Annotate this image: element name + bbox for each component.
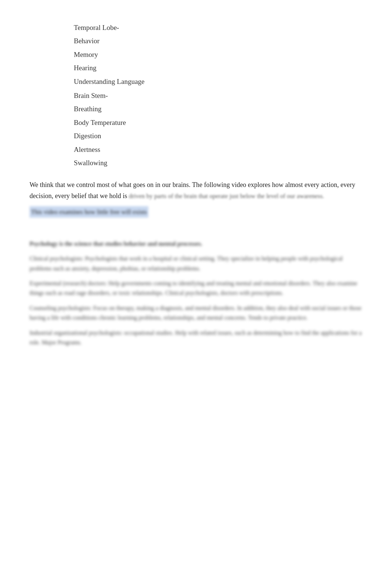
list-item-body-temperature: Body Temperature [74, 117, 362, 128]
list-item-memory: Memory [74, 49, 362, 60]
list-item-breathing: Breathing [74, 103, 362, 115]
brain-stem-header: Brain Stem- [74, 90, 362, 101]
highlight-blurred-line: This video examines how little free will… [30, 206, 362, 224]
blurred-para4: Industrial organizational psychologists:… [30, 328, 362, 348]
list-item-digestion: Digestion [74, 130, 362, 142]
blurred-continuation: driven by parts of the brain that operat… [129, 193, 324, 200]
list-item-alertness: Alertness [74, 144, 362, 155]
blurred-para3: Counseling psychologists: Focus on thera… [30, 303, 362, 323]
list-item-understanding-language: Understanding Language [74, 76, 362, 87]
list-section: Temporal Lobe- Behavior Memory Hearing U… [30, 22, 362, 169]
list-item-swallowing: Swallowing [74, 157, 362, 169]
list-item-behavior: Behavior [74, 35, 362, 47]
blurred-para1: Clinical psychologists: Psychologists th… [30, 254, 362, 273]
intro-paragraph: We think that we control most of what go… [30, 180, 362, 201]
temporal-lobe-header: Temporal Lobe- [74, 22, 362, 33]
psychology-heading: Psychology is the science that studies b… [30, 239, 362, 249]
highlight-text: This video examines how little free will… [30, 206, 148, 218]
paragraph-section: We think that we control most of what go… [30, 180, 362, 347]
list-item-hearing: Hearing [74, 62, 362, 74]
blurred-para2: Experimental (research) doctors: Help go… [30, 279, 362, 298]
